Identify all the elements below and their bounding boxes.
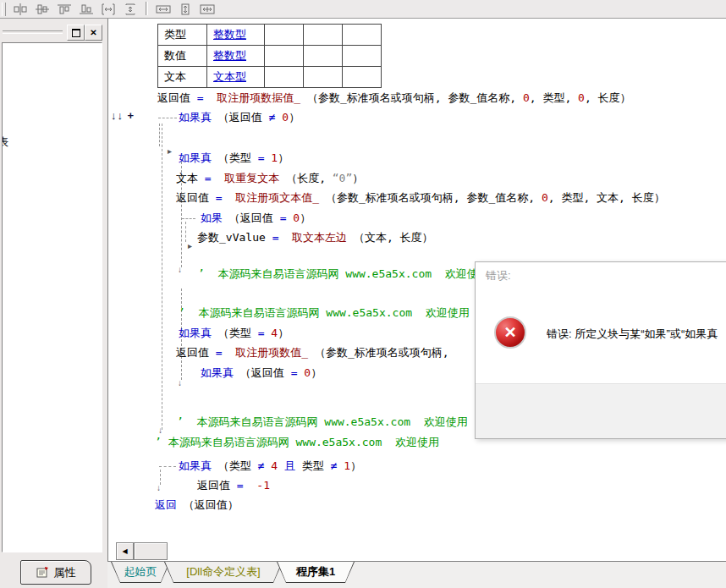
same-size-icon bbox=[200, 3, 215, 15]
variable-table: 类型整数型数值整数型文本文本型 bbox=[157, 24, 382, 88]
space-evenly-vertical-icon bbox=[123, 3, 138, 15]
toolbar-buttons bbox=[9, 2, 218, 17]
align-bottom-icon bbox=[79, 3, 94, 15]
tab-label: [Dll命令定义表] bbox=[186, 564, 260, 580]
error-message: 错误: 所定义块与某“如果”或“如果真 bbox=[547, 327, 726, 342]
align-center-vertical-button[interactable] bbox=[31, 2, 52, 17]
code-line[interactable]: 参数_vValue = 取文本左边 （文本, 长度） bbox=[197, 231, 433, 245]
indent-guide bbox=[159, 466, 176, 467]
scroll-left-button[interactable]: ◀ bbox=[116, 542, 134, 560]
align-top-icon bbox=[57, 3, 72, 15]
error-x-icon: ✕ bbox=[494, 316, 526, 349]
error-dialog: 错误: ✕ 错误: 所定义块与某“如果”或“如果真 bbox=[475, 261, 726, 439]
code-line[interactable]: ’ 本源码来自易语言源码网 www.e5a5x.com 欢迎使用 bbox=[179, 306, 470, 320]
empty-cell[interactable] bbox=[304, 46, 343, 67]
properties-button[interactable]: 属性 bbox=[20, 560, 91, 585]
same-width-icon bbox=[156, 3, 171, 15]
ide-window: ✕ 表 属性 类型整数型数值整数型文本文本型 ↓↓ + ▸ ↓ ↓ bbox=[0, 0, 726, 588]
empty-cell[interactable] bbox=[304, 25, 343, 46]
code-line[interactable]: ’ 本源码来自易语言源码网 www.e5a5x.com 欢迎使用 bbox=[177, 415, 468, 429]
code-line[interactable]: 文本 = 取重复文本 （长度, “0”） bbox=[176, 172, 363, 185]
indent-arrow-icon: ▸ bbox=[168, 147, 172, 156]
tab-label: 程序集1 bbox=[296, 564, 335, 580]
same-height-button[interactable] bbox=[174, 2, 195, 17]
code-line[interactable]: ’ 本源码来自易语言源码网 www.e5a5x.com 欢迎使用 bbox=[198, 267, 489, 281]
alignment-toolbar bbox=[0, 0, 726, 19]
code-line[interactable]: 返回值 = -1 bbox=[197, 479, 270, 492]
indent-guide bbox=[159, 124, 160, 146]
dialog-footer bbox=[476, 383, 726, 438]
space-evenly-horizontal-button[interactable] bbox=[97, 2, 118, 17]
tree-item-partial-text: 表 bbox=[2, 135, 8, 150]
panel-close-button[interactable]: ✕ bbox=[85, 25, 102, 41]
workspace-tree[interactable]: 表 bbox=[2, 42, 102, 552]
variable-name-cell[interactable]: 数值 bbox=[158, 46, 207, 67]
indent-arrow-icon: ▸ bbox=[188, 242, 192, 250]
indent-guide bbox=[182, 218, 195, 219]
close-icon: ✕ bbox=[90, 28, 96, 37]
horizontal-scrollbar[interactable]: ◀ bbox=[113, 541, 719, 559]
variable-name-cell[interactable]: 文本 bbox=[158, 67, 207, 88]
align-center-vertical-icon bbox=[35, 3, 50, 15]
scrollbar-thumb[interactable] bbox=[134, 542, 168, 560]
code-line[interactable]: 返回值 = 取注册项数据值_ （参数_标准项名或项句柄, 参数_值名称, 0, … bbox=[157, 91, 631, 105]
variable-name-cell[interactable]: 类型 bbox=[158, 25, 207, 46]
code-line[interactable]: 如果真 （类型 = 1） bbox=[179, 151, 289, 165]
document-tab-bar: 起始页[Dll命令定义表]程序集1 bbox=[107, 561, 726, 588]
tab-label: 起始页 bbox=[124, 564, 157, 580]
indent-guide bbox=[158, 118, 177, 118]
empty-cell[interactable] bbox=[343, 46, 382, 67]
code-line[interactable]: ’ 本源码来自易语言源码网 www.e5a5x.com 欢迎使用 bbox=[155, 436, 439, 449]
restore-icon bbox=[72, 29, 80, 37]
properties-icon bbox=[36, 567, 50, 579]
empty-cell[interactable] bbox=[265, 46, 304, 67]
tab-program-set-1[interactable]: 程序集1 bbox=[277, 562, 355, 583]
code-line[interactable]: 返回值 = 取注册项文本值_ （参数_标准项名或项句柄, 参数_值名称, 0, … bbox=[176, 191, 665, 205]
align-center-horizontal-icon bbox=[13, 3, 28, 15]
workspace-panel: ✕ 表 属性 bbox=[0, 19, 107, 588]
align-center-horizontal-button[interactable] bbox=[9, 2, 30, 17]
indent-arrow-icon: ↓ bbox=[157, 484, 161, 492]
empty-cell[interactable] bbox=[265, 25, 304, 46]
code-line[interactable]: 如果真 （返回值 ≠ 0） bbox=[179, 111, 300, 124]
table-row: 类型整数型 bbox=[158, 25, 382, 46]
empty-cell[interactable] bbox=[343, 25, 382, 46]
code-line[interactable]: 如果真 （类型 = 4） bbox=[179, 327, 289, 340]
code-line[interactable]: 如果 （返回值 = 0） bbox=[201, 212, 311, 225]
indent-guide bbox=[162, 124, 162, 430]
empty-cell[interactable] bbox=[304, 67, 343, 88]
code-line[interactable]: 返回值 = 取注册项数值_ （参数_标准项名或项句柄, bbox=[176, 346, 449, 360]
code-line[interactable]: 如果真 （类型 ≠ 4 且 类型 ≠ 1） bbox=[179, 459, 361, 473]
dialog-title: 错误: bbox=[486, 268, 511, 283]
empty-cell[interactable] bbox=[343, 67, 382, 88]
same-size-button[interactable] bbox=[196, 2, 217, 17]
code-line[interactable]: 如果真 （返回值 = 0） bbox=[201, 366, 322, 380]
empty-cell[interactable] bbox=[265, 67, 304, 88]
indent-arrow-icon: ↓ bbox=[178, 266, 182, 274]
indent-arrow-icon: ↓ bbox=[178, 379, 182, 387]
align-bottom-button[interactable] bbox=[75, 2, 96, 17]
properties-label: 属性 bbox=[54, 565, 76, 580]
variable-type-cell[interactable]: 文本型 bbox=[207, 67, 265, 88]
table-row: 文本文本型 bbox=[158, 67, 382, 88]
indent-arrow-icon: ↓ bbox=[158, 426, 162, 435]
toolbar-separator bbox=[146, 2, 148, 15]
variable-type-cell[interactable]: 整数型 bbox=[207, 46, 265, 67]
space-evenly-vertical-button[interactable] bbox=[119, 2, 140, 17]
toolbar-grip[interactable] bbox=[2, 3, 6, 16]
tab-dll-command-table[interactable]: [Dll命令定义表] bbox=[164, 562, 283, 583]
panel-float-button[interactable] bbox=[67, 25, 85, 41]
variable-type-cell[interactable]: 整数型 bbox=[207, 25, 265, 46]
align-top-button[interactable] bbox=[53, 2, 74, 17]
indent-guide bbox=[185, 222, 186, 242]
tab-start-page[interactable]: 起始页 bbox=[111, 562, 170, 583]
margin-marker[interactable]: ↓↓ + bbox=[111, 109, 135, 122]
space-evenly-horizontal-icon bbox=[101, 3, 116, 15]
code-line[interactable]: 返回 （返回值） bbox=[155, 498, 239, 512]
same-width-button[interactable] bbox=[152, 2, 173, 17]
panel-drag-grip[interactable] bbox=[3, 30, 63, 34]
scroll-left-arrow-icon: ◀ bbox=[122, 547, 127, 555]
same-height-icon bbox=[178, 3, 193, 15]
table-row: 数值整数型 bbox=[158, 46, 382, 67]
